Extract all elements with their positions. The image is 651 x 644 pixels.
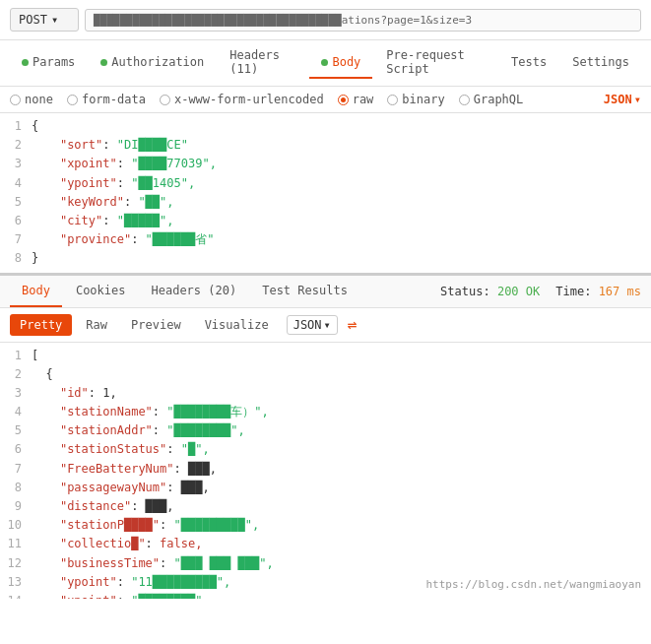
request-tab-pre-request[interactable]: Pre-request Script (374, 40, 497, 86)
body-type-urlencoded[interactable]: x-www-form-urlencoded (160, 93, 324, 106)
body-type-form-data[interactable]: form-data (67, 93, 146, 106)
resp-line-5: 5 "stationAddr": "████████", (0, 421, 651, 440)
resp-line-num: 4 (0, 403, 32, 421)
json-key: "city" (60, 214, 102, 227)
json-value: "DI████CE" (117, 138, 188, 152)
line-content: { (32, 117, 651, 136)
line-content: "sort": "DI████CE" (32, 136, 651, 155)
json-value: "████77039", (131, 157, 217, 170)
radio-binary (387, 95, 398, 105)
request-tab-tests[interactable]: Tests (499, 47, 558, 79)
watermark: https://blog.csdn.net/wangmiaoyan (425, 578, 641, 591)
dot-body (321, 59, 328, 66)
resp-line-num: 13 (0, 573, 32, 592)
resp-fmt-tab-visualize[interactable]: Visualize (195, 314, 279, 336)
line-content: } (32, 249, 651, 268)
resp-fmt-tab-preview[interactable]: Preview (121, 314, 191, 336)
request-tabs: ParamsAuthorizationHeaders (11)BodyPre-r… (0, 40, 651, 87)
resp-line-content: "FreeBatteryNum": ███, (32, 460, 651, 479)
line-num: 2 (0, 136, 32, 155)
request-tab-headers[interactable]: Headers (11) (218, 40, 307, 86)
json-value: "██", (138, 195, 173, 209)
time-value: 167 ms (599, 285, 641, 298)
body-type-graphql[interactable]: GraphQL (459, 93, 524, 106)
resp-line-6: 6 "stationStatus": "█", (0, 440, 651, 459)
resp-line-num: 2 (0, 365, 32, 384)
resp-json-select[interactable]: JSON▾ (287, 315, 338, 335)
body-type-raw[interactable]: raw (338, 93, 374, 106)
json-key: "province" (60, 232, 131, 246)
line-num: 8 (0, 249, 32, 268)
resp-line-content: "stationStatus": "█", (32, 440, 651, 459)
resp-line-12: 12 "businessTime": "███ ███ ███", (0, 554, 651, 573)
resp-fmt-tab-raw[interactable]: Raw (76, 314, 117, 336)
resp-line-2: 2 { (0, 365, 651, 384)
body-type-label-none: none (25, 93, 53, 106)
resp-line-1: 1[ (0, 347, 651, 365)
resp-line-num: 1 (0, 347, 32, 365)
url-input[interactable]: ██████████████████████████████████████at… (85, 9, 641, 32)
resp-line-4: 4 "stationName": "████████车）", (0, 403, 651, 421)
status-code: 200 OK (497, 285, 540, 298)
req-line-1: 1{ (0, 117, 651, 136)
status-label: Status: 200 OK (440, 285, 540, 298)
json-key: "xpoint" (60, 157, 117, 170)
method-select[interactable]: POST ▾ (10, 8, 79, 32)
request-tab-authorization[interactable]: Authorization (89, 47, 216, 79)
req-line-6: 6 "city": "█████", (0, 212, 651, 230)
time-label: Time: 167 ms (555, 285, 641, 298)
request-tab-body[interactable]: Body (309, 47, 372, 79)
format-chevron: ▾ (634, 93, 641, 106)
body-type-bar: noneform-datax-www-form-urlencodedrawbin… (0, 87, 651, 113)
format-select[interactable]: JSON ▾ (604, 93, 641, 106)
tab-label-tests: Tests (511, 55, 547, 69)
req-line-8: 8} (0, 249, 651, 268)
json-value: "█████", (117, 214, 174, 227)
radio-none (10, 95, 21, 105)
resp-json-chevron: ▾ (324, 318, 331, 332)
req-line-2: 2 "sort": "DI████CE" (0, 136, 651, 155)
radio-form-data (67, 95, 78, 105)
resp-line-num: 7 (0, 460, 32, 479)
radio-graphql (459, 95, 470, 105)
tab-label-body: Body (332, 55, 360, 69)
tab-label-headers: Headers (11) (229, 48, 295, 76)
resp-line-num: 9 (0, 497, 32, 516)
resp-fmt-tab-pretty[interactable]: Pretty (10, 314, 72, 336)
resp-line-3: 3 "id": 1, (0, 384, 651, 403)
response-tab-cookies[interactable]: Cookies (64, 276, 138, 307)
body-type-none[interactable]: none (10, 93, 53, 106)
resp-line-num: 11 (0, 535, 32, 553)
response-tab-headers[interactable]: Headers (20) (139, 276, 248, 307)
resp-line-num: 14 (0, 592, 32, 599)
resp-line-content: "stationAddr": "████████", (32, 421, 651, 440)
url-bar: POST ▾ █████████████████████████████████… (0, 0, 651, 40)
resp-line-content: [ (32, 347, 651, 365)
json-key: "ypoint" (60, 176, 117, 190)
line-num: 4 (0, 174, 32, 193)
body-type-label-form-data: form-data (82, 93, 146, 106)
resp-line-9: 9 "distance": ███, (0, 497, 651, 516)
method-label: POST (19, 13, 47, 27)
body-type-binary[interactable]: binary (387, 93, 444, 106)
resp-line-num: 3 (0, 384, 32, 403)
body-type-label-raw: raw (353, 93, 374, 106)
resp-line-content: "xpoint": "████████", (32, 592, 651, 599)
line-num: 5 (0, 193, 32, 212)
dot-authorization (100, 59, 107, 66)
req-line-3: 3 "xpoint": "████77039", (0, 155, 651, 173)
request-tab-settings[interactable]: Settings (560, 47, 641, 79)
response-tab-body[interactable]: Body (10, 276, 62, 307)
resp-line-content: "id": 1, (32, 384, 651, 403)
response-tab-test-results[interactable]: Test Results (250, 276, 359, 307)
line-num: 6 (0, 212, 32, 230)
request-tab-params[interactable]: Params (10, 47, 87, 79)
response-body: 1[2 {3 "id": 1,4 "stationName": "███████… (0, 343, 651, 599)
wrap-icon[interactable]: ⇌ (348, 315, 358, 334)
radio-raw (338, 95, 349, 105)
dot-params (22, 59, 29, 66)
line-num: 1 (0, 117, 32, 136)
resp-line-content: "businessTime": "███ ███ ███", (32, 554, 651, 573)
resp-line-num: 5 (0, 421, 32, 440)
resp-line-num: 12 (0, 554, 32, 573)
